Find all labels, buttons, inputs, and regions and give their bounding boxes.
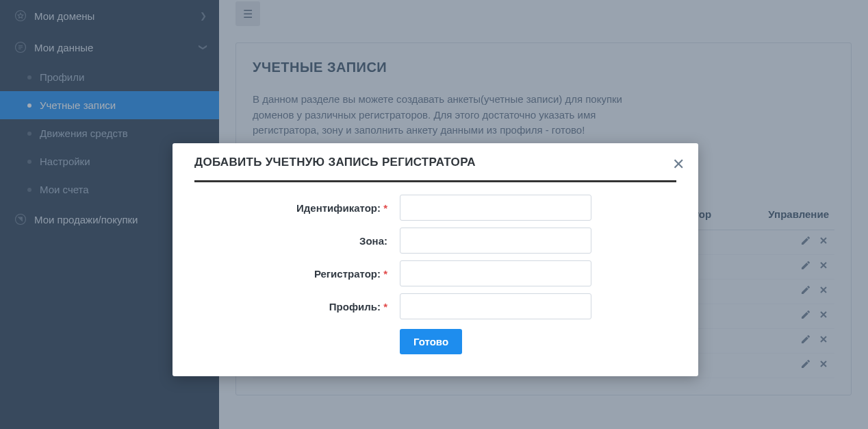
- zone-input[interactable]: [400, 228, 591, 254]
- required-mark: *: [383, 268, 387, 280]
- form-row-identifier: Идентификатор: *: [194, 195, 676, 221]
- registrar-label: Регистратор: *: [194, 268, 400, 280]
- add-account-modal: ✕ ДОБАВИТЬ УЧЕТНУЮ ЗАПИСЬ РЕГИСТРАТОРА И…: [173, 143, 698, 376]
- submit-button[interactable]: Готово: [400, 329, 462, 354]
- form-row-profile: Профиль: *: [194, 293, 676, 319]
- required-mark: *: [383, 202, 387, 214]
- profile-input[interactable]: [400, 293, 591, 319]
- identifier-label: Идентификатор: *: [194, 202, 400, 214]
- required-mark: *: [383, 301, 387, 312]
- form-row-zone: Зона:: [194, 228, 676, 254]
- zone-label: Зона:: [194, 235, 400, 247]
- profile-label: Профиль: *: [194, 301, 400, 312]
- form-row-registrar: Регистратор: *: [194, 260, 676, 286]
- modal-title: ДОБАВИТЬ УЧЕТНУЮ ЗАПИСЬ РЕГИСТРАТОРА: [194, 156, 676, 182]
- registrar-input[interactable]: [400, 260, 591, 286]
- modal-close-button[interactable]: ✕: [672, 156, 685, 173]
- identifier-input[interactable]: [400, 195, 591, 221]
